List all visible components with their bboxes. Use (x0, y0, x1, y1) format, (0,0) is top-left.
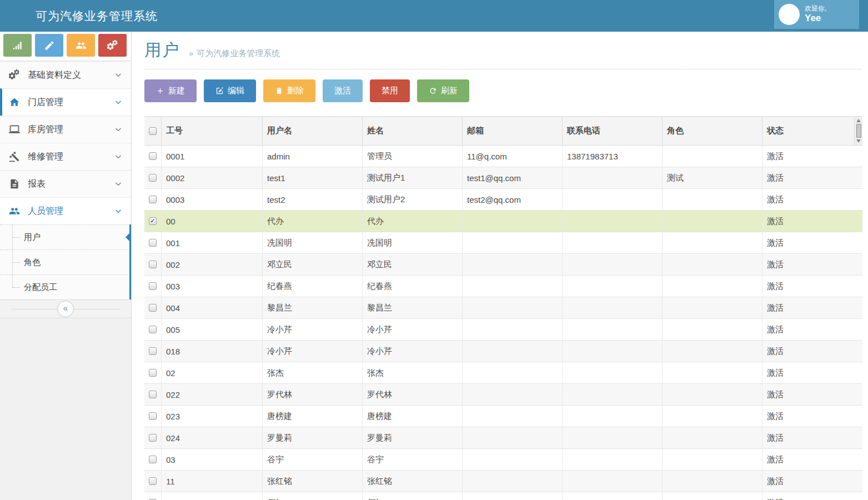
cell-phone (562, 232, 662, 253)
chevron-down-icon (114, 207, 122, 215)
row-checkbox-cell (144, 232, 161, 253)
row-checkbox[interactable] (149, 369, 157, 377)
table-row[interactable]: 02张杰张杰激活 (144, 362, 862, 384)
col-header-status[interactable]: 状态 (762, 117, 854, 145)
table-row[interactable]: 003纪春燕纪春燕激活 (144, 276, 862, 297)
row-checkbox[interactable] (149, 434, 157, 442)
toolbar: 新建编辑删除激活禁用刷新 (144, 79, 862, 102)
row-checkbox[interactable] (149, 391, 157, 398)
cell-empno: 018 (161, 341, 262, 362)
sidebar-item-store-management[interactable]: 门店管理 (0, 88, 131, 116)
edit-button[interactable]: 编辑 (204, 79, 256, 102)
row-checkbox[interactable] (149, 174, 157, 182)
row-checkbox[interactable] (149, 412, 157, 420)
quick-edit-button[interactable] (35, 34, 63, 57)
sidebar-item-basic-data[interactable]: 基础资料定义 (0, 61, 131, 88)
sidebar-subitem-users[interactable]: 用户 (0, 224, 131, 249)
create-button[interactable]: 新建 (144, 79, 197, 102)
cell-phone (562, 492, 662, 500)
sidebar-item-repair-management[interactable]: 维修管理 (0, 143, 131, 170)
row-checkbox[interactable] (149, 196, 157, 203)
scroll-up-icon[interactable] (856, 119, 861, 122)
person-icon (780, 9, 798, 25)
sidebar-collapse-bar: « (0, 299, 131, 318)
chevron-down-icon (114, 98, 122, 106)
cell-email: test2@qq.com (462, 189, 562, 210)
quick-users-button[interactable] (67, 34, 95, 57)
row-checkbox[interactable] (149, 347, 157, 355)
cell-status: 激活 (762, 449, 862, 470)
sidebar-subitem-roles[interactable]: 角色 (0, 249, 131, 274)
table-row[interactable]: 022罗代林罗代林激活 (144, 384, 862, 406)
cell-email: test1@qq.com (462, 167, 562, 188)
row-checkbox[interactable] (149, 217, 157, 225)
scroll-down-icon[interactable] (856, 139, 861, 143)
col-header-username[interactable]: 用户名 (262, 117, 362, 145)
table-row[interactable]: 005冷小芹冷小芹激活 (144, 319, 862, 341)
user-menu[interactable]: 欢迎你, Yee (774, 0, 859, 29)
sidebar-item-staff-management[interactable]: 人员管理 (0, 197, 131, 224)
table-row[interactable]: 0001admin管理员11@q.com13871983713激活 (144, 146, 862, 167)
row-checkbox[interactable] (149, 456, 157, 463)
sidebar-submenu: 用户角色分配员工 (0, 224, 131, 299)
row-checkbox[interactable] (149, 304, 157, 312)
col-header-name[interactable]: 姓名 (362, 117, 462, 145)
table-row[interactable]: 0002test1测试用户1test1@qq.com测试激活 (144, 167, 862, 189)
col-header-role[interactable]: 角色 (662, 117, 762, 145)
table-row[interactable]: 023唐榜建唐榜建激活 (144, 406, 862, 427)
refresh-button[interactable]: 刷新 (417, 79, 469, 102)
cell-status: 激活 (762, 254, 862, 275)
sidebar-item-warehouse-management[interactable]: 库房管理 (0, 116, 131, 143)
collapse-sidebar-button[interactable]: « (57, 301, 74, 317)
cell-username: 罗曼莉 (262, 427, 362, 448)
cell-status: 激活 (762, 276, 862, 297)
col-header-email[interactable]: 邮箱 (462, 117, 562, 145)
button-label: 禁用 (382, 86, 398, 96)
row-checkbox[interactable] (149, 152, 157, 160)
cell-phone (562, 471, 662, 492)
table-row[interactable]: 03谷宇谷宇激活 (144, 449, 862, 471)
caret-down-icon[interactable] (846, 10, 855, 19)
table-row[interactable]: 024罗曼莉罗曼莉激活 (144, 427, 862, 449)
cell-phone (562, 362, 662, 383)
quick-stats-button[interactable] (3, 34, 32, 57)
cell-empno: 03 (161, 449, 262, 470)
cell-role (662, 211, 762, 232)
table-row[interactable]: 018冷小芹冷小芹激活 (144, 341, 862, 362)
cell-empno: 12 (161, 492, 262, 500)
disable-button[interactable]: 禁用 (370, 79, 410, 102)
cell-phone (562, 167, 662, 188)
row-checkbox-cell (144, 341, 161, 362)
select-all-checkbox[interactable] (149, 127, 157, 135)
table-row[interactable]: 002邓立民邓立民激活 (144, 254, 862, 276)
table-row[interactable]: 004黎昌兰黎昌兰激活 (144, 297, 862, 319)
cell-empno: 004 (161, 297, 262, 318)
row-checkbox[interactable] (149, 326, 157, 333)
row-checkbox[interactable] (149, 239, 157, 247)
sidebar-subitem-assign-staff[interactable]: 分配员工 (0, 274, 131, 299)
delete-button[interactable]: 删除 (263, 79, 315, 102)
username-text: Yee (805, 13, 846, 24)
activate-button[interactable]: 激活 (323, 79, 363, 102)
row-checkbox-cell (144, 167, 161, 188)
table-row[interactable]: 00代办代办激活 (144, 211, 862, 232)
row-checkbox[interactable] (149, 261, 157, 268)
row-checkbox[interactable] (149, 282, 157, 290)
table-row[interactable]: 0003test2测试用户2test2@qq.com激活 (144, 189, 862, 211)
cell-username: 邓立民 (262, 254, 362, 275)
col-header-empno[interactable]: 工号 (161, 117, 262, 145)
sidebar-item-label: 维修管理 (28, 151, 114, 163)
quick-settings-button[interactable] (98, 34, 127, 57)
topbar: 可为汽修业务管理系统 欢迎你, Yee (0, 0, 868, 32)
table-row[interactable]: 001冼国明冼国明激活 (144, 232, 862, 254)
cell-name: 冷小芹 (362, 319, 462, 340)
row-checkbox[interactable] (149, 477, 157, 485)
table-row[interactable]: 12何红何红激活 (144, 492, 862, 500)
table-row[interactable]: 11张红铭张红铭激活 (144, 471, 862, 492)
col-header-phone[interactable]: 联系电话 (562, 117, 662, 145)
cell-email (462, 319, 562, 340)
sidebar-item-reports[interactable]: 报表 (0, 170, 131, 197)
cell-phone (562, 449, 662, 470)
scrollbar-thumb[interactable] (856, 124, 861, 138)
home-icon (9, 97, 20, 108)
